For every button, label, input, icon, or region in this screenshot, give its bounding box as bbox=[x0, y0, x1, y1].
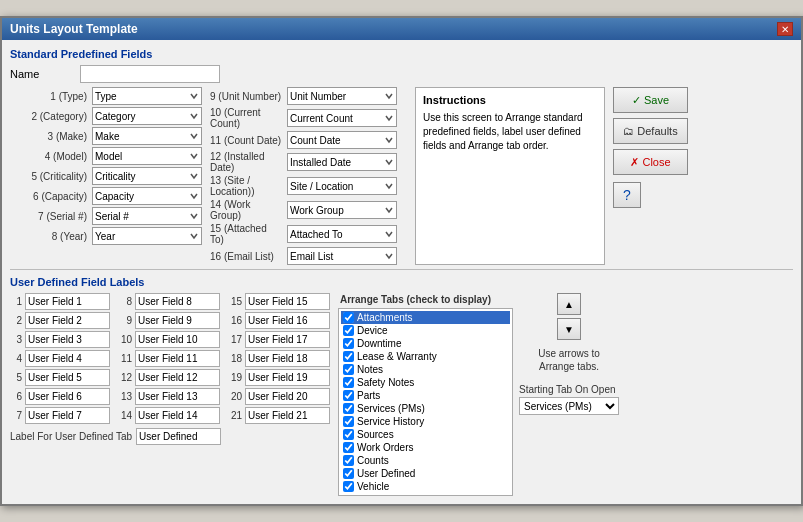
window-close-button[interactable]: ✕ bbox=[777, 22, 793, 36]
user-field-input[interactable] bbox=[25, 388, 110, 405]
tab-item[interactable]: Safety Notes bbox=[341, 376, 510, 389]
user-field-input[interactable] bbox=[25, 350, 110, 367]
field-select[interactable]: Criticality bbox=[92, 167, 202, 185]
field-select[interactable]: Year bbox=[92, 227, 202, 245]
tab-item[interactable]: Lease & Warranty bbox=[341, 350, 510, 363]
user-field-input[interactable] bbox=[25, 407, 110, 424]
tab-checkbox[interactable] bbox=[343, 455, 354, 466]
tab-checkbox[interactable] bbox=[343, 364, 354, 375]
user-field-number: 2 bbox=[10, 315, 22, 326]
close-button[interactable]: ✗ Close bbox=[613, 149, 688, 175]
field-select[interactable]: Category bbox=[92, 107, 202, 125]
field-select[interactable]: Count Date bbox=[287, 131, 397, 149]
field-select[interactable]: Work Group bbox=[287, 201, 397, 219]
user-field-input[interactable] bbox=[135, 388, 220, 405]
field-select[interactable]: Site / Location bbox=[287, 177, 397, 195]
field-row: 5 (Criticality) Criticality bbox=[10, 167, 202, 185]
defaults-button[interactable]: 🗂 Defaults bbox=[613, 118, 688, 144]
user-field-input[interactable] bbox=[245, 369, 330, 386]
field-select[interactable]: Make bbox=[92, 127, 202, 145]
user-field-input[interactable] bbox=[25, 312, 110, 329]
field-select[interactable]: Type bbox=[92, 87, 202, 105]
user-field-row: 9 bbox=[120, 312, 220, 329]
label-for-tab-input[interactable] bbox=[136, 428, 221, 445]
tab-checkbox[interactable] bbox=[343, 481, 354, 492]
user-field-row: 15 bbox=[230, 293, 330, 310]
user-field-input[interactable] bbox=[245, 312, 330, 329]
tab-checkbox[interactable] bbox=[343, 429, 354, 440]
field-number-label: 3 (Make) bbox=[10, 131, 90, 142]
tab-label: Attachments bbox=[357, 312, 413, 323]
tab-label: Parts bbox=[357, 390, 380, 401]
title-bar: Units Layout Template ✕ bbox=[2, 18, 801, 40]
arrow-up-button[interactable]: ▲ bbox=[557, 293, 581, 315]
tab-checkbox[interactable] bbox=[343, 338, 354, 349]
user-field-number: 14 bbox=[120, 410, 132, 421]
tab-checkbox[interactable] bbox=[343, 468, 354, 479]
user-field-input[interactable] bbox=[25, 331, 110, 348]
tab-checkbox[interactable] bbox=[343, 351, 354, 362]
user-field-input[interactable] bbox=[135, 407, 220, 424]
field-number-label: 8 (Year) bbox=[10, 231, 90, 242]
user-field-input[interactable] bbox=[135, 331, 220, 348]
name-input[interactable] bbox=[80, 65, 220, 83]
field-select[interactable]: Model bbox=[92, 147, 202, 165]
tab-item[interactable]: Notes bbox=[341, 363, 510, 376]
user-field-input[interactable] bbox=[245, 407, 330, 424]
arrow-down-button[interactable]: ▼ bbox=[557, 318, 581, 340]
user-field-input[interactable] bbox=[135, 312, 220, 329]
help-button[interactable]: ? bbox=[613, 182, 641, 208]
tab-checkbox[interactable] bbox=[343, 416, 354, 427]
user-field-number: 12 bbox=[120, 372, 132, 383]
field-row: 6 (Capacity) Capacity bbox=[10, 187, 202, 205]
save-button[interactable]: ✓ Save bbox=[613, 87, 688, 113]
field-select[interactable]: Email List bbox=[287, 247, 397, 265]
field-number-label: 16 (Email List) bbox=[210, 251, 285, 262]
user-field-input[interactable] bbox=[25, 369, 110, 386]
starting-tab-select[interactable]: AttachmentsDeviceDowntimeLease & Warrant… bbox=[519, 397, 619, 415]
user-field-row: 12 bbox=[120, 369, 220, 386]
tab-item[interactable]: Device bbox=[341, 324, 510, 337]
user-fields-section: User Defined Field Labels 1 2 3 4 5 6 7 bbox=[10, 276, 793, 496]
user-field-number: 17 bbox=[230, 334, 242, 345]
user-field-input[interactable] bbox=[135, 350, 220, 367]
tab-item[interactable]: Services (PMs) bbox=[341, 402, 510, 415]
field-row: 2 (Category) Category bbox=[10, 107, 202, 125]
tab-item[interactable]: Sources bbox=[341, 428, 510, 441]
tab-item[interactable]: User Defined bbox=[341, 467, 510, 480]
user-fields-area: 1 2 3 4 5 6 7 8 9 10 bbox=[10, 293, 793, 496]
user-field-input[interactable] bbox=[135, 369, 220, 386]
tab-label: Notes bbox=[357, 364, 383, 375]
tab-checkbox[interactable] bbox=[343, 325, 354, 336]
right-buttons-panel: ✓ Save 🗂 Defaults ✗ Close ? bbox=[613, 87, 693, 265]
user-field-input[interactable] bbox=[245, 331, 330, 348]
tab-item[interactable]: Vehicle bbox=[341, 480, 510, 493]
tab-checkbox[interactable] bbox=[343, 442, 354, 453]
user-field-input[interactable] bbox=[245, 350, 330, 367]
field-select[interactable]: Capacity bbox=[92, 187, 202, 205]
tab-checkbox[interactable] bbox=[343, 390, 354, 401]
tab-item[interactable]: Downtime bbox=[341, 337, 510, 350]
tab-item[interactable]: Service History bbox=[341, 415, 510, 428]
tab-checkbox[interactable] bbox=[343, 312, 354, 323]
user-field-input[interactable] bbox=[25, 293, 110, 310]
field-select[interactable]: Unit Number bbox=[287, 87, 397, 105]
tab-item[interactable]: Counts bbox=[341, 454, 510, 467]
user-field-input[interactable] bbox=[245, 388, 330, 405]
standard-fields-section: Standard Predefined Fields Name 1 (Type)… bbox=[10, 48, 793, 265]
tab-checkbox[interactable] bbox=[343, 403, 354, 414]
field-select[interactable]: Serial # bbox=[92, 207, 202, 225]
field-row: 12 (Installed Date) Installed Date bbox=[210, 151, 397, 173]
user-field-input[interactable] bbox=[245, 293, 330, 310]
tab-item[interactable]: Parts bbox=[341, 389, 510, 402]
user-field-input[interactable] bbox=[135, 293, 220, 310]
field-select[interactable]: Current Count bbox=[287, 109, 397, 127]
user-field-number: 1 bbox=[10, 296, 22, 307]
field-select[interactable]: Installed Date bbox=[287, 153, 397, 171]
field-row: 16 (Email List) Email List bbox=[210, 247, 397, 265]
tab-checkbox[interactable] bbox=[343, 377, 354, 388]
tab-item[interactable]: Attachments bbox=[341, 311, 510, 324]
user-field-number: 16 bbox=[230, 315, 242, 326]
tab-item[interactable]: Work Orders bbox=[341, 441, 510, 454]
field-select[interactable]: Attached To bbox=[287, 225, 397, 243]
